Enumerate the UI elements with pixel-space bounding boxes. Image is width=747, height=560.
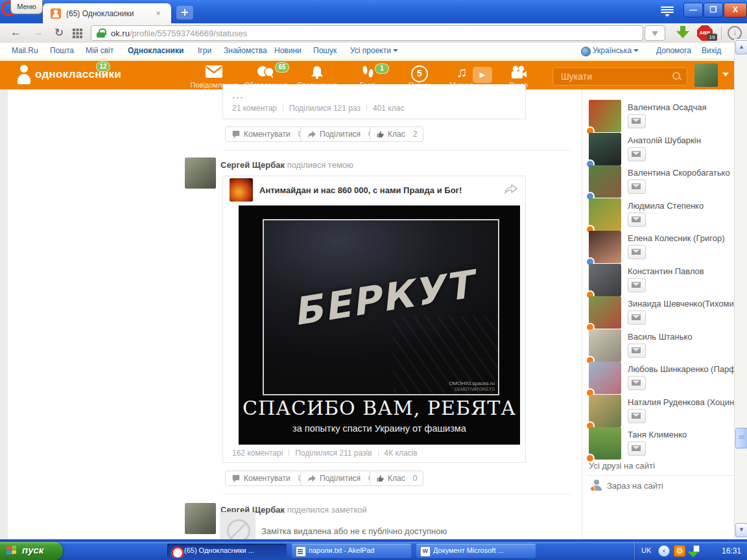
friend-photo[interactable] — [589, 395, 621, 427]
post-author-avatar[interactable] — [185, 158, 216, 189]
search-box[interactable] — [552, 67, 687, 86]
shares-count-link[interactable]: Поділилися 121 раз — [289, 104, 361, 113]
friend-name-link[interactable]: Валентина Осадчая — [628, 102, 734, 112]
nav-link-odnoklassniki[interactable]: Однокласники — [128, 46, 184, 55]
tab-menu-icon[interactable] — [659, 5, 676, 18]
tray-orange-app-icon[interactable] — [674, 545, 685, 557]
friend-name-link[interactable]: Василь Штанько — [628, 332, 734, 342]
repost-arrow-icon[interactable] — [503, 183, 517, 198]
browser-menu-button[interactable]: Меню — [10, 0, 43, 14]
nav-link-search[interactable]: Пошук — [313, 46, 337, 55]
nav-link-myworld[interactable]: Мій світ — [86, 46, 113, 55]
friend-name-link[interactable]: Наталия Руденкова (Хоцин... — [628, 397, 734, 407]
friend-item[interactable]: Таня Клименко — [589, 427, 734, 460]
likes-count-link[interactable]: 4К класів — [385, 449, 418, 458]
window-minimize-button[interactable]: — — [683, 3, 703, 18]
share-button[interactable]: Поділитися0 — [300, 126, 379, 142]
friend-photo[interactable] — [589, 165, 621, 198]
download-extension-icon[interactable] — [676, 26, 689, 39]
reload-button[interactable]: ↻ — [54, 26, 64, 40]
tab-close-icon[interactable]: × — [153, 8, 163, 19]
friend-photo[interactable] — [589, 133, 621, 165]
taskbar-clock[interactable]: 16:31 — [722, 546, 741, 555]
send-message-button[interactable] — [628, 376, 646, 390]
friend-name-link[interactable]: Таня Клименко — [628, 430, 734, 439]
nav-link-mail[interactable]: Пошта — [50, 46, 74, 55]
send-message-button[interactable] — [628, 114, 646, 128]
post-image[interactable]: БЕРКУТ OMOH93.spaces.ru DEMOTIVATORS.TO … — [239, 205, 520, 445]
friend-photo[interactable] — [589, 427, 621, 460]
shares-count-link[interactable]: Поділилися 211 разів — [295, 449, 372, 458]
nav-link-dating[interactable]: Знайомства — [224, 46, 267, 55]
send-message-button[interactable] — [628, 213, 646, 227]
friend-name-link[interactable]: Константин Павлов — [628, 266, 734, 276]
taskbar-task-word[interactable]: Документ Microsoft ... — [416, 544, 536, 558]
scroll-down-button[interactable]: ▼ — [735, 523, 747, 537]
friend-photo[interactable] — [589, 264, 621, 296]
send-message-button[interactable] — [628, 409, 646, 423]
friend-item[interactable]: Валентина Осадчая — [589, 100, 734, 132]
taskbar-task-opera[interactable]: (65) Однокласники ... — [167, 544, 287, 558]
send-message-button[interactable] — [628, 147, 646, 161]
downloads-button[interactable]: ↓ — [728, 26, 742, 40]
friend-item[interactable]: Людмила Степенко — [589, 198, 734, 231]
nav-link-mailru[interactable]: Mail.Ru — [12, 46, 38, 55]
topic-thumbnail[interactable] — [230, 178, 253, 202]
send-message-button[interactable] — [628, 180, 646, 194]
comments-count-link[interactable]: 162 коментарі — [232, 449, 283, 458]
friend-item[interactable]: Любовь Шинкаренко (Парф... — [589, 362, 734, 394]
browser-tab[interactable]: (65) Однокласники × — [43, 3, 171, 23]
friend-item[interactable]: Елена Колесник (Григор) — [589, 231, 734, 263]
send-message-button[interactable] — [628, 344, 646, 358]
post-author-avatar[interactable] — [185, 503, 216, 534]
friend-item[interactable]: Зинаида Шевченко(Тихоми... — [589, 296, 734, 329]
likes-count-link[interactable]: 401 клас — [373, 104, 404, 113]
friend-photo[interactable] — [589, 198, 621, 231]
taskbar-task-akelpad[interactable]: пароли.txt - AkelPad — [292, 544, 411, 558]
friend-name-link[interactable]: Елена Колесник (Григор) — [628, 233, 734, 243]
tray-downloader-icon[interactable] — [689, 545, 700, 555]
nav-link-all-projects[interactable]: Усі проекти — [350, 46, 398, 55]
address-bar[interactable]: ok.ru/profile/557593746669/statuses — [91, 25, 643, 41]
friend-item[interactable]: Наталия Руденкова (Хоцин... — [589, 395, 734, 427]
friend-photo[interactable] — [589, 329, 621, 362]
like-button[interactable]: Клас2 — [370, 126, 423, 142]
friend-item[interactable]: Василь Штанько — [589, 329, 734, 362]
logout-link[interactable]: Вихід — [702, 46, 721, 55]
friend-photo[interactable] — [589, 362, 621, 394]
friend-photo[interactable] — [589, 231, 621, 263]
help-link[interactable]: Допомога — [656, 46, 691, 55]
send-message-button[interactable] — [628, 310, 646, 325]
comment-button[interactable]: Коментувати0 — [225, 126, 309, 142]
back-button[interactable]: ← — [10, 26, 21, 39]
start-button[interactable]: пуск — [0, 542, 63, 560]
search-input[interactable] — [560, 69, 666, 84]
nav-link-games[interactable]: Ігри — [198, 46, 211, 55]
friend-name-link[interactable]: Любовь Шинкаренко (Парф... — [628, 364, 734, 374]
new-tab-button[interactable] — [176, 6, 193, 19]
post-author-link[interactable]: Сергей Щербак — [220, 160, 285, 170]
page-scrollbar[interactable]: ▲ ▼ — [734, 39, 747, 538]
bookmark-heart-button[interactable]: ♥ — [645, 25, 665, 41]
friend-item[interactable]: Валентина Скоробагатько — [589, 165, 734, 198]
comments-count-link[interactable]: 21 коментар — [232, 104, 277, 113]
window-close-button[interactable]: X — [724, 3, 747, 18]
tray-chevron-button[interactable]: ‹ — [658, 545, 670, 557]
send-message-button[interactable] — [628, 278, 646, 292]
search-icon[interactable] — [672, 72, 682, 81]
scrollbar-thumb[interactable] — [735, 428, 747, 449]
friend-name-link[interactable]: Людмила Степенко — [628, 201, 734, 211]
friend-item[interactable]: Анатолій Шубаркін — [589, 133, 734, 165]
send-message-button[interactable] — [628, 245, 646, 259]
friend-name-link[interactable]: Анатолій Шубаркін — [628, 135, 734, 145]
ok-logo-icon[interactable] — [17, 65, 31, 86]
friend-name-link[interactable]: Валентина Скоробагатько — [628, 168, 734, 178]
all-friends-link[interactable]: Усі друзі на сайті — [589, 461, 655, 471]
language-indicator[interactable]: UK — [641, 546, 651, 554]
profile-dropdown-icon[interactable] — [722, 73, 729, 76]
like-button[interactable]: Клас0 — [370, 471, 423, 486]
player-play-button[interactable]: ▶ — [473, 67, 492, 83]
online-now-link[interactable]: Зараз на сайті — [607, 481, 663, 491]
user-avatar[interactable] — [694, 64, 718, 87]
share-button[interactable]: Поділитися0 — [300, 471, 379, 486]
